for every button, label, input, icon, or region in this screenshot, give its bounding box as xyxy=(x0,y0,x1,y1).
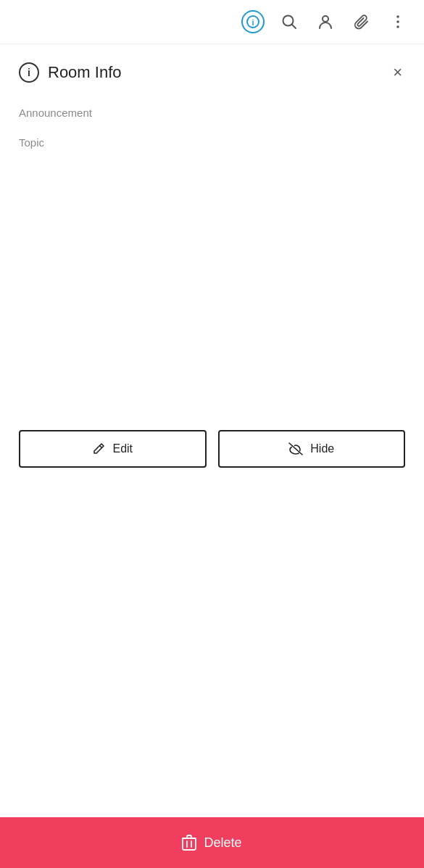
svg-text:i: i xyxy=(252,18,254,27)
edit-button-label: Edit xyxy=(112,442,133,455)
hide-button[interactable]: Hide xyxy=(218,430,406,468)
delete-button-label: Delete xyxy=(204,835,241,851)
topic-label: Topic xyxy=(19,136,405,149)
info-toolbar-icon[interactable]: i xyxy=(241,10,265,33)
room-info-title: Room Info xyxy=(48,63,122,82)
hide-button-label: Hide xyxy=(310,442,334,455)
room-info-title-group: i Room Info xyxy=(19,62,122,83)
trash-icon xyxy=(182,835,196,851)
person-toolbar-icon[interactable] xyxy=(314,10,337,33)
edit-icon xyxy=(92,442,105,455)
toolbar: i xyxy=(0,0,424,44)
delete-button-container: Delete xyxy=(0,817,424,868)
svg-line-3 xyxy=(292,25,296,29)
svg-rect-9 xyxy=(183,838,196,850)
more-icon-svg xyxy=(390,14,406,30)
room-info-header: i Room Info × xyxy=(0,44,424,95)
topic-section: Topic xyxy=(0,125,424,154)
svg-line-8 xyxy=(100,446,102,448)
svg-point-4 xyxy=(323,16,328,22)
search-icon-svg xyxy=(281,14,297,30)
person-icon-svg xyxy=(317,14,333,30)
svg-point-7 xyxy=(396,25,399,28)
attachment-icon-svg xyxy=(354,14,370,30)
svg-point-6 xyxy=(396,20,399,23)
delete-button[interactable]: Delete xyxy=(0,817,424,868)
attachment-toolbar-icon[interactable] xyxy=(350,10,373,33)
room-info-icon: i xyxy=(19,62,39,83)
close-button[interactable]: × xyxy=(390,62,405,83)
action-buttons-row: Edit Hide xyxy=(0,416,424,482)
more-toolbar-icon[interactable] xyxy=(386,10,410,33)
announcement-label: Announcement xyxy=(19,107,405,119)
search-toolbar-icon[interactable] xyxy=(278,10,301,33)
edit-button[interactable]: Edit xyxy=(19,430,207,468)
svg-point-5 xyxy=(396,15,399,18)
hide-icon xyxy=(288,442,303,455)
announcement-section: Announcement xyxy=(0,95,424,125)
info-icon-svg: i xyxy=(246,15,259,28)
